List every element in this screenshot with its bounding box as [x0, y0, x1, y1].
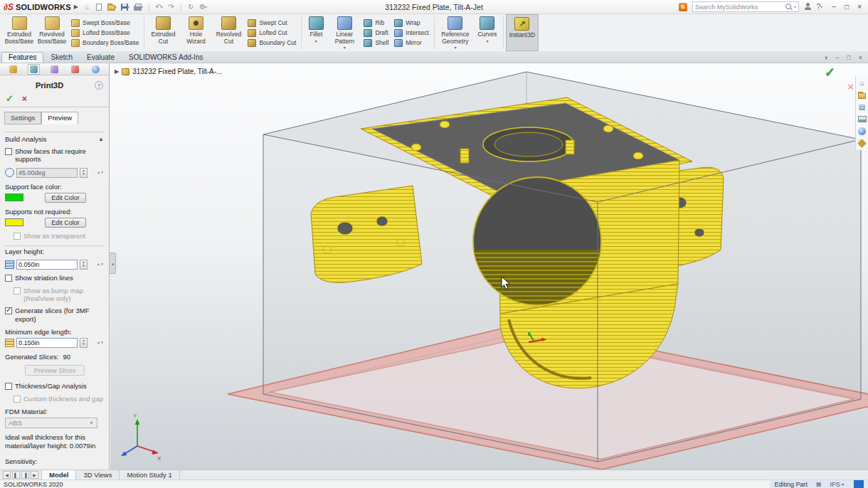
show-striation-checkbox[interactable]	[5, 275, 12, 282]
hole-wizard-button[interactable]: Hole Wizard	[179, 14, 212, 51]
draft-button[interactable]: Draft	[364, 29, 388, 37]
shell-button[interactable]: Shell	[364, 39, 388, 47]
min-edge-stepper-icon[interactable]: ▲▼	[97, 341, 104, 345]
document-minimize-button[interactable]: −	[835, 54, 839, 61]
rib-button[interactable]: Rib	[364, 19, 388, 27]
undo-button[interactable]: ↶▾	[154, 1, 164, 13]
instant3d-button[interactable]: Instant3D	[506, 14, 539, 51]
document-maximize-button[interactable]: □	[847, 54, 850, 61]
display-manager-tab[interactable]	[90, 64, 102, 75]
mysolidworks-icon[interactable]	[679, 3, 687, 11]
status-grid-icon[interactable]: ▦	[816, 481, 822, 487]
status-corner-accent[interactable]	[854, 480, 864, 488]
generate-slices-row[interactable]: Generate slices (for 3MF export)	[5, 307, 104, 323]
thickness-gap-row[interactable]: Thickness/Gap Analysis	[5, 382, 104, 390]
minimize-button[interactable]: −	[832, 3, 836, 11]
layer-height-stepper-icon[interactable]: ▲▼	[97, 262, 104, 267]
user-account-icon[interactable]	[804, 3, 812, 11]
support-angle-input[interactable]	[16, 168, 78, 178]
solidworks-logo[interactable]: ∂S SOLIDWORKS ▶	[4, 3, 78, 11]
swept-cut-button[interactable]: Swept Cut	[248, 19, 296, 27]
scroll-last-icon[interactable]: ▶	[31, 471, 38, 479]
confirmation-cancel-icon[interactable]: ×	[847, 80, 854, 92]
show-transparent-checkbox[interactable]	[14, 233, 21, 240]
save-button[interactable]: ▾	[120, 1, 131, 13]
collapse-caret-icon[interactable]: ▲	[98, 136, 104, 142]
redo-button[interactable]: ↷	[166, 1, 176, 13]
help-button[interactable]: ?▾	[817, 3, 823, 11]
options-button[interactable]: ⚙▾	[198, 1, 208, 13]
tab-sketch[interactable]: Sketch	[43, 52, 80, 63]
linear-pattern-button[interactable]: Linear Pattern ▾	[328, 14, 361, 51]
show-transparent-row[interactable]: Show as transparent	[14, 232, 104, 240]
show-faces-checkbox-row[interactable]: Show faces that require supports	[5, 147, 104, 164]
tab-3d-views[interactable]: 3D Views	[76, 470, 120, 479]
lofted-boss-button[interactable]: Lofted Boss/Base	[71, 29, 139, 37]
fillet-button[interactable]: Fillet ▾	[304, 14, 328, 51]
print-button[interactable]: ▾	[132, 1, 144, 13]
panel-splitter-handle[interactable]: ◂	[110, 253, 116, 274]
configuration-manager-tab[interactable]	[48, 64, 60, 75]
panel-help-icon[interactable]: ?	[95, 81, 103, 90]
show-striation-row[interactable]: Show striation lines	[5, 274, 104, 282]
thickness-gap-checkbox[interactable]	[5, 383, 12, 390]
confirmation-ok-icon[interactable]: ✓	[825, 65, 835, 80]
revolved-cut-button[interactable]: Revolved Cut	[212, 14, 245, 51]
fdm-material-select[interactable]: ABS ▼	[5, 418, 97, 428]
scroll-first-icon[interactable]: ◀	[3, 471, 11, 479]
search-input[interactable]: Search MySolidWorks ▾	[692, 1, 799, 12]
reference-geometry-button[interactable]: Reference Geometry ▾	[437, 14, 474, 51]
boundary-boss-button[interactable]: Boundary Boss/Base	[71, 39, 139, 47]
extruded-boss-button[interactable]: Extruded Boss/Base	[3, 14, 36, 51]
search-caret-icon[interactable]: ▾	[794, 4, 796, 9]
revolved-boss-button[interactable]: Revolved Boss/Base	[36, 14, 68, 51]
split-left-icon[interactable]: ▌	[12, 471, 20, 479]
dimxpert-manager-tab[interactable]	[69, 64, 81, 75]
new-document-button[interactable]	[94, 1, 105, 13]
close-button[interactable]: ×	[857, 3, 862, 11]
show-faces-checkbox[interactable]	[5, 148, 12, 155]
custom-properties-icon[interactable]	[857, 139, 867, 148]
wrap-button[interactable]: Wrap	[394, 19, 429, 27]
layer-height-spinner[interactable]: ▲▼	[80, 260, 88, 270]
edit-support-color-button[interactable]: Edit Color	[45, 193, 86, 203]
support-angle-stepper-icon[interactable]: ▲▼	[97, 171, 104, 175]
breadcrumb-caret-icon[interactable]: ▶	[115, 68, 119, 75]
feature-manager-tab[interactable]	[7, 64, 19, 75]
rebuild-button[interactable]: ↻	[186, 1, 196, 13]
search-icon[interactable]	[785, 4, 793, 11]
open-button[interactable]: ▾	[106, 1, 118, 13]
home-button[interactable]: ⌂	[82, 1, 92, 13]
bump-map-row[interactable]: Show as bump map (RealView only)	[14, 287, 104, 303]
tab-motion-study[interactable]: Motion Study 1	[120, 470, 179, 479]
appearances-scenes-icon[interactable]	[858, 127, 866, 135]
cancel-button[interactable]: ×	[22, 95, 27, 103]
property-manager-tab[interactable]	[28, 64, 40, 75]
document-close-button[interactable]: ×	[859, 54, 862, 61]
build-analysis-header[interactable]: Build Analysis ▲	[5, 132, 104, 143]
bump-map-checkbox[interactable]	[14, 287, 21, 295]
file-explorer-icon[interactable]: ▤	[859, 104, 865, 111]
tab-evaluate[interactable]: Evaluate	[80, 52, 122, 63]
tab-model[interactable]: Model	[42, 470, 76, 479]
lofted-cut-button[interactable]: Lofted Cut	[248, 29, 296, 37]
split-right-icon[interactable]: ▐	[21, 471, 29, 479]
document-restore-icon[interactable]: ◑	[824, 54, 827, 61]
solidworks-resources-icon[interactable]: ⌂	[859, 80, 864, 87]
support-angle-spinner[interactable]: ▲▼	[80, 168, 88, 178]
viewport-canvas[interactable]: Y X	[110, 63, 868, 470]
graphics-viewport[interactable]: Y X ▶ 313232 Fixed Plate, Tilt-A-... ↶ ▾…	[110, 63, 868, 470]
min-edge-input[interactable]	[16, 338, 78, 348]
view-palette-icon[interactable]	[858, 116, 867, 122]
generate-slices-checkbox[interactable]	[5, 307, 12, 314]
swept-boss-button[interactable]: Swept Boss/Base	[71, 19, 139, 27]
maximize-button[interactable]: □	[845, 3, 849, 11]
custom-thickness-row[interactable]: Custom thickness and gap	[14, 395, 104, 403]
extruded-cut-button[interactable]: Extruded Cut	[147, 14, 179, 51]
min-edge-spinner[interactable]: ▲▼	[80, 338, 88, 348]
ok-button[interactable]: ✓	[6, 94, 14, 103]
custom-thickness-checkbox[interactable]	[14, 396, 21, 403]
edit-no-support-color-button[interactable]: Edit Color	[45, 218, 86, 228]
preview-tab[interactable]: Preview	[41, 112, 78, 124]
tab-solidworks-addins[interactable]: SOLIDWORKS Add-Ins	[122, 52, 210, 63]
